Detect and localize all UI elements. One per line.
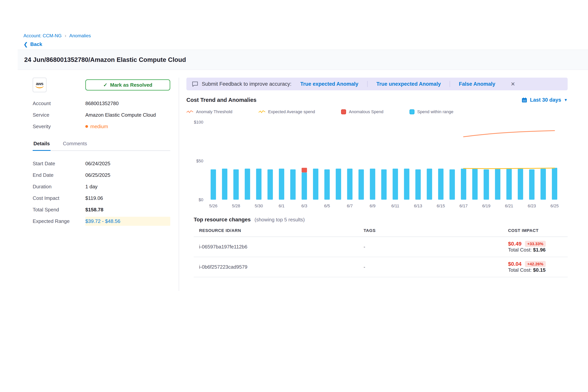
duration-label: Duration — [33, 184, 85, 190]
legend-label: Anomalous Spend — [349, 109, 383, 114]
legend-spend-within-range: Spend within range — [410, 109, 453, 114]
svg-text:6/5: 6/5 — [324, 204, 330, 208]
svg-text:6/23: 6/23 — [528, 204, 536, 208]
chart-title: Cost Trend and Anomalies — [186, 97, 256, 103]
impact-price: $0.04 — [508, 261, 522, 267]
line-icon — [258, 110, 265, 114]
true-unexpected-anomaly-button[interactable]: True unexpected Anomaly — [376, 81, 441, 87]
severity-dot-icon — [85, 125, 88, 128]
resources-subtitle: (showing top 5 results) — [254, 217, 305, 222]
tab-comments[interactable]: Comments — [62, 139, 88, 150]
page-title: 24 Jun/868001352780/Amazon Elastic Compu… — [24, 56, 582, 64]
svg-text:6/7: 6/7 — [347, 204, 353, 208]
chevron-down-icon: ▼ — [564, 98, 568, 102]
anomaly-chart-panel: Submit Feedback to improve accuracy: Tru… — [179, 78, 568, 291]
chat-bubble-icon — [192, 81, 198, 87]
total-cost-value: $0.15 — [533, 267, 546, 273]
breadcrumb-chevron-icon: › — [65, 33, 66, 38]
col-resource-id: RESOURCE ID/ARN — [194, 228, 364, 233]
legend-label: Spend within range — [417, 109, 453, 114]
start-date-value: 06/24/2025 — [85, 161, 110, 166]
duration-row: Duration 1 day — [33, 181, 170, 192]
feedback-bar: Submit Feedback to improve accuracy: Tru… — [186, 78, 568, 90]
legend-expected-average: Expected Average spend — [258, 109, 315, 114]
resources-table-header: RESOURCE ID/ARN TAGS COST IMPACT — [194, 228, 568, 237]
total-cost-value: $1.96 — [533, 247, 546, 253]
resource-id: i-06597ba197fe112b6 — [194, 244, 364, 250]
account-label: Account — [33, 100, 85, 106]
end-date-row: End Date 06/25/2025 — [33, 169, 170, 181]
check-icon: ✓ — [103, 82, 108, 88]
svg-text:6/21: 6/21 — [505, 204, 513, 208]
svg-text:6/11: 6/11 — [392, 204, 399, 208]
svg-text:6/3: 6/3 — [301, 204, 307, 208]
aws-smile-icon — [35, 86, 44, 88]
mark-as-resolved-button[interactable]: ✓ Mark as Resolved — [85, 79, 170, 90]
svg-text:6/1: 6/1 — [279, 204, 284, 208]
legend-label: Expected Average spend — [268, 109, 315, 114]
total-spend-value: $158.78 — [85, 207, 104, 213]
top-resource-changes-section: Top resource changes (showing top 5 resu… — [186, 216, 568, 277]
start-date-label: Start Date — [33, 161, 85, 166]
expected-range-value: $39.72 - $48.56 — [85, 218, 120, 224]
close-icon[interactable]: ✕ — [508, 80, 517, 88]
resource-tags: - — [364, 264, 508, 270]
feedback-divider — [367, 81, 368, 87]
col-tags: TAGS — [364, 228, 508, 233]
duration-value: 1 day — [85, 184, 98, 190]
svg-text:$0: $0 — [199, 197, 203, 202]
breadcrumb-anomalies-link[interactable]: Anomalies — [69, 33, 91, 38]
cost-impact-row: Cost Impact $119.06 — [33, 192, 170, 204]
account-field: Account 868001352780 — [33, 98, 170, 109]
svg-text:6/19: 6/19 — [482, 204, 490, 208]
back-button[interactable]: ❮ Back — [24, 41, 42, 48]
red-square-icon — [341, 109, 346, 114]
tab-details[interactable]: Details — [33, 139, 50, 151]
severity-field: Severity medium — [33, 121, 170, 132]
expected-range-highlight: $39.72 - $48.56 — [85, 217, 170, 226]
breadcrumb-account-link[interactable]: Account: CCM-NG — [24, 33, 62, 38]
end-date-value: 06/25/2025 — [85, 172, 110, 178]
total-spend-label: Total Spend — [33, 207, 85, 213]
start-date-row: Start Date 06/24/2025 — [33, 158, 170, 169]
impact-percent-badge: +33.33% — [525, 241, 546, 247]
resource-id: i-0b6f257223cad9579 — [194, 264, 364, 270]
impact-price: $0.49 — [508, 241, 522, 247]
legend-anomaly-threshold: Anomaly Threshold — [186, 109, 232, 114]
false-anomaly-button[interactable]: False Anomaly — [459, 81, 496, 87]
back-label: Back — [30, 41, 42, 47]
service-label: Service — [33, 112, 85, 118]
table-row: i-06597ba197fe112b6 - $0.49 +33.33% Tota… — [194, 237, 568, 257]
chevron-left-icon: ❮ — [24, 41, 28, 48]
legend-anomalous-spend: Anomalous Spend — [341, 109, 383, 114]
svg-text:6/17: 6/17 — [460, 204, 468, 208]
anomaly-detail-page: Account: CCM-NG › Anomalies ❮ Back 24 Ju… — [0, 0, 588, 392]
resource-cost-impact: $0.49 +33.33% Total Cost: $1.96 — [508, 241, 568, 253]
impact-percent-badge: +42.26% — [525, 261, 546, 267]
cost-impact-value: $119.06 — [85, 195, 103, 201]
resource-tags: - — [364, 244, 508, 250]
account-value: 868001352780 — [85, 100, 119, 106]
total-spend-row: Total Spend $158.78 — [33, 204, 170, 216]
chart-legend: Anomaly Threshold Expected Average spend… — [186, 109, 568, 114]
expected-range-row: Expected Range $39.72 - $48.56 — [33, 216, 170, 227]
details-list: Start Date 06/24/2025 End Date 06/25/202… — [33, 158, 170, 227]
severity-value: medium — [90, 124, 108, 130]
breadcrumb: Account: CCM-NG › Anomalies — [18, 32, 588, 39]
svg-text:5/28: 5/28 — [232, 204, 240, 208]
resources-title: Top resource changes — [194, 216, 251, 222]
title-band: 24 Jun/868001352780/Amazon Elastic Compu… — [18, 50, 588, 70]
date-range-selector[interactable]: Last 30 days ▼ — [522, 97, 568, 103]
date-range-value: Last 30 days — [530, 97, 561, 103]
calendar-icon — [522, 97, 527, 103]
feedback-prompt: Submit Feedback to improve accuracy: — [202, 81, 292, 87]
true-expected-anomaly-button[interactable]: True expected Anomaly — [300, 81, 358, 87]
svg-text:$50: $50 — [196, 158, 203, 163]
cost-trend-chart: $0$50$1005/265/285/306/16/36/56/76/96/11… — [186, 119, 562, 210]
col-cost-impact: COST IMPACT — [508, 228, 568, 233]
svg-text:5/30: 5/30 — [254, 204, 263, 208]
detail-tabs: Details Comments — [33, 139, 170, 151]
feedback-divider — [450, 81, 450, 87]
blue-square-icon — [410, 109, 414, 114]
severity-label: Severity — [33, 124, 85, 130]
